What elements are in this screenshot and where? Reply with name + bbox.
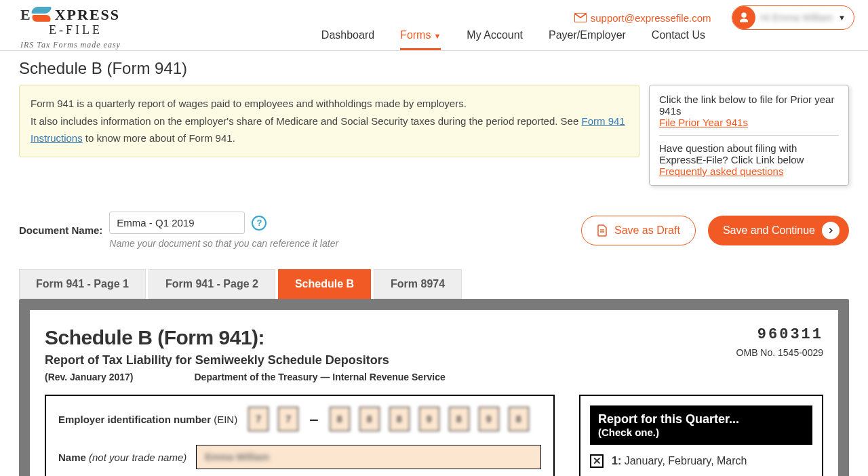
nav-dashboard[interactable]: Dashboard bbox=[321, 22, 374, 50]
faq-text: Have question about filing with ExpressE… bbox=[659, 142, 839, 165]
faq-link[interactable]: Frequently asked questions bbox=[659, 165, 783, 177]
doc-name-hint: Name your document so that you can refer… bbox=[109, 238, 338, 249]
divider bbox=[659, 135, 839, 136]
page-title: Schedule B (Form 941) bbox=[19, 59, 849, 78]
user-menu[interactable]: Hi Emma William ▼ bbox=[732, 5, 854, 30]
form-code: 960311 bbox=[736, 326, 823, 343]
quarter-header: Report for this Quarter... (Check one.) bbox=[590, 405, 812, 445]
page: Schedule B (Form 941) Form 941 is a quar… bbox=[0, 51, 868, 476]
tab-page1[interactable]: Form 941 - Page 1 bbox=[19, 269, 146, 299]
ein-digit[interactable]: 8 bbox=[509, 407, 529, 431]
nav-contact[interactable]: Contact Us bbox=[652, 22, 705, 50]
tab-schedule-b[interactable]: Schedule B bbox=[278, 269, 371, 299]
header: E XPRESS E-FILE IRS Tax Forms made easy … bbox=[0, 0, 868, 51]
omb-number: OMB No. 1545-0029 bbox=[736, 347, 823, 358]
form-dept: Department of the Treasury — Internal Re… bbox=[194, 372, 445, 382]
employer-name-input[interactable]: Emma William bbox=[196, 445, 541, 469]
nav-account[interactable]: My Account bbox=[467, 22, 523, 50]
form-revision: (Rev. January 2017) bbox=[45, 372, 133, 382]
arrow-right-icon bbox=[822, 222, 840, 239]
ein-digit[interactable]: 8 bbox=[389, 407, 410, 431]
name-label: Name (not your trade name) bbox=[58, 452, 186, 463]
nav-payer[interactable]: Payer/Employer bbox=[549, 22, 626, 50]
employer-info-box: Employer identification number (EIN) 7 7… bbox=[45, 395, 555, 476]
doc-name-input[interactable] bbox=[109, 212, 245, 234]
logo-mark-e: E bbox=[20, 6, 31, 24]
quarter-option-1[interactable]: ✕ 1: January, February, March bbox=[590, 454, 812, 468]
quarter-box: Report for this Quarter... (Check one.) … bbox=[579, 395, 823, 476]
logo[interactable]: E XPRESS bbox=[20, 5, 121, 24]
form-tabs: Form 941 - Page 1 Form 941 - Page 2 Sche… bbox=[19, 269, 849, 299]
ein-label: Employer identification number (EIN) bbox=[58, 414, 237, 425]
tab-page2[interactable]: Form 941 - Page 2 bbox=[149, 269, 275, 299]
user-name: Hi Emma William bbox=[761, 12, 833, 23]
ein-digit[interactable]: 9 bbox=[479, 407, 499, 431]
tagline: IRS Tax Forms made easy bbox=[20, 40, 121, 50]
caret-down-icon: ▼ bbox=[433, 32, 441, 40]
ein-separator: – bbox=[309, 410, 318, 429]
ein-digit[interactable]: 8 bbox=[359, 407, 380, 431]
ein-digit[interactable]: 7 bbox=[278, 407, 298, 431]
form-inner: Schedule B (Form 941): Report of Tax Lia… bbox=[30, 310, 838, 476]
form-title: Schedule B (Form 941): bbox=[45, 326, 446, 349]
ein-digit[interactable]: 8 bbox=[330, 407, 350, 431]
prior-text: Click the link below to file for Prior y… bbox=[659, 94, 839, 117]
chevron-down-icon: ▼ bbox=[838, 14, 846, 22]
form-subtitle: Report of Tax Liability for Semiweekly S… bbox=[45, 353, 446, 368]
ein-digit[interactable]: 9 bbox=[419, 407, 439, 431]
nav-forms[interactable]: Forms▼ bbox=[400, 22, 441, 50]
logo-area: E XPRESS E-FILE IRS Tax Forms made easy bbox=[20, 5, 121, 50]
doc-name-row: Document Name: ? Name your document so t… bbox=[19, 212, 849, 249]
form-frame: Schedule B (Form 941): Report of Tax Lia… bbox=[19, 299, 849, 476]
save-continue-button[interactable]: Save and Continue bbox=[708, 216, 849, 245]
logo-sub: E-FILE bbox=[49, 23, 121, 37]
ein-digit[interactable]: 7 bbox=[248, 407, 269, 431]
checkbox-icon: ✕ bbox=[590, 454, 604, 468]
avatar-icon bbox=[732, 6, 755, 29]
ein-boxes: 7 7 – 8 8 8 9 8 9 8 bbox=[248, 407, 528, 431]
document-icon bbox=[597, 224, 608, 237]
doc-name-label: Document Name: bbox=[19, 224, 102, 236]
file-prior-year-link[interactable]: File Prior Year 941s bbox=[659, 117, 748, 128]
logo-x-icon bbox=[31, 5, 52, 24]
ein-digit[interactable]: 8 bbox=[449, 407, 469, 431]
save-draft-button[interactable]: Save as Draft bbox=[581, 216, 696, 245]
main-nav: Dashboard Forms▼ My Account Payer/Employ… bbox=[321, 22, 705, 50]
tab-8974[interactable]: Form 8974 bbox=[374, 269, 462, 299]
info-line-2: It also includes information on the empl… bbox=[31, 113, 628, 147]
logo-text: XPRESS bbox=[55, 6, 120, 24]
info-box: Form 941 is a quarterly report of wages … bbox=[19, 85, 639, 157]
help-icon[interactable]: ? bbox=[252, 216, 267, 231]
side-box: Click the link below to file for Prior y… bbox=[649, 85, 849, 186]
envelope-icon bbox=[574, 13, 587, 22]
info-line-1: Form 941 is a quarterly report of wages … bbox=[31, 95, 628, 113]
support-email-link[interactable]: support@expressefile.com bbox=[574, 12, 711, 24]
